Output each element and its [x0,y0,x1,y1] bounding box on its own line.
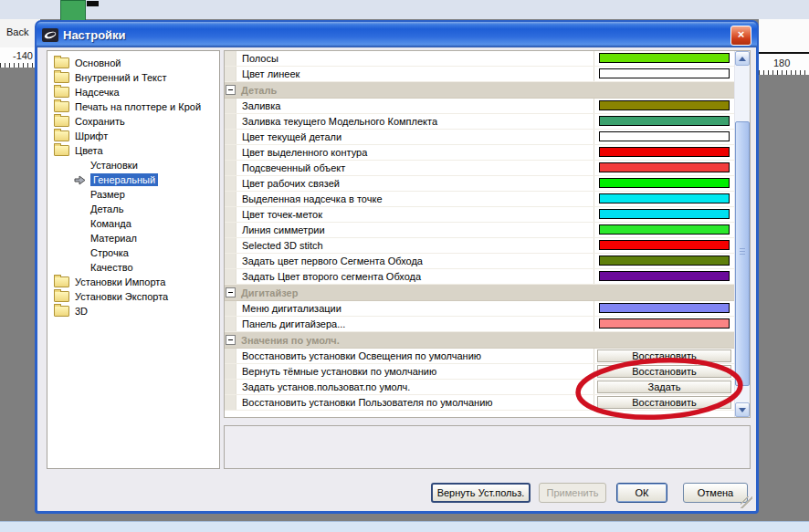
color-grid: ПолосыЦвет линеекДетальЗаливкаЗаливка те… [225,51,734,417]
tree-item-label: Установки Импорта [75,276,165,287]
value-cell [594,176,734,191]
color-swatch[interactable] [599,256,730,266]
scroll-up-button[interactable] [735,51,750,66]
value-cell [594,130,734,144]
tree-item[interactable]: Качество [47,260,219,275]
folder-icon [54,101,69,112]
row-gutter [225,364,236,379]
tree-item[interactable]: Установки [47,158,219,172]
tree-item[interactable]: Установки Импорта [47,275,219,289]
tree-item[interactable]: Внутренний и Текст [47,70,219,85]
color-setting-row: Меню дигитализации [225,301,734,317]
tree-item-label: Качество [90,262,133,273]
color-setting-row: Панель дигитайзера... [225,317,734,332]
scroll-thumb[interactable] [735,121,750,386]
tree-item[interactable]: 3D [47,304,219,318]
collapse-icon[interactable] [226,85,236,95]
color-swatch[interactable] [599,131,730,141]
color-swatch[interactable] [599,162,730,172]
row-gutter [225,207,236,222]
tree-item[interactable]: Команда [47,216,219,231]
color-swatch[interactable] [599,53,730,63]
folder-icon [54,87,69,98]
close-icon[interactable]: × [730,26,751,46]
scroll-down-button[interactable] [735,402,750,417]
row-gutter [225,335,236,345]
action-setting-row: Вернуть тёмные установки по умолчаниюВос… [225,364,734,380]
color-swatch[interactable] [599,209,730,219]
row-gutter [225,176,236,191]
value-cell: Восстановить [594,349,734,363]
row-gutter [225,380,236,394]
tree-item[interactable]: Печать на плоттере и Крой [47,99,219,114]
color-swatch[interactable] [599,100,730,110]
apply-button[interactable]: Применить [539,483,606,503]
tree-item[interactable]: Строчка [47,245,219,260]
tree-item[interactable]: Установки Экспорта [47,289,219,304]
color-swatch[interactable] [599,116,730,126]
color-swatch[interactable] [599,193,730,203]
setting-label: Цвет выделенного контура [236,145,594,160]
setting-label: Заливка текущего Модельного Комплекта [236,114,594,129]
back-label[interactable]: Back [6,26,28,37]
restore-user-settings-button[interactable]: Вернуть Уст.польз. [431,483,531,503]
folder-icon [54,276,69,287]
color-swatch[interactable] [599,240,730,250]
collapse-icon[interactable] [226,335,236,345]
dialog-titlebar[interactable]: Настройки × [37,22,757,47]
section-header-row: Деталь [225,82,734,99]
tree-item[interactable]: Генеральный [47,172,219,187]
row-action-button[interactable]: Восстановить [597,349,731,362]
tree-item[interactable]: Основной [47,56,219,70]
value-cell [594,223,734,237]
setting-label: Цвет рабочих связей [236,176,594,191]
row-gutter [225,161,236,175]
color-swatch[interactable] [599,271,730,281]
row-gutter [225,238,236,253]
settings-tree[interactable]: ОсновнойВнутренний и ТекстНадсечкаПечать… [47,50,220,469]
row-action-button[interactable]: Восстановить [597,365,731,378]
collapse-icon[interactable] [226,287,236,297]
tree-item-label: Генеральный [90,173,158,186]
tree-item[interactable]: Цвета [47,143,219,158]
setting-label: Восстановить установки Освещения по умол… [236,349,594,363]
scrollbar[interactable] [734,51,750,417]
tree-item[interactable]: Шрифт [47,129,219,143]
chevron-down-icon [739,408,746,412]
tree-item-label: Установки Экспорта [75,291,168,302]
status-strip [0,521,809,532]
section-label: Деталь [236,85,277,96]
app-toolbar-strip [0,0,809,19]
thumb-grip-icon [740,248,745,256]
resize-grip[interactable] [741,496,752,508]
color-swatch[interactable] [599,147,730,157]
folder-icon [54,57,69,68]
value-cell [594,269,734,284]
color-swatch[interactable] [599,178,730,188]
color-swatch[interactable] [599,68,730,78]
toolbar-line-sample [87,1,99,6]
color-swatch[interactable] [599,303,730,313]
setting-label: Выделенная надсечка в точке [236,192,594,206]
color-swatch[interactable] [599,318,730,329]
ok-button[interactable]: ОК [616,483,667,503]
tree-item[interactable]: Сохранить [47,114,219,129]
value-cell [594,254,734,268]
tree-item[interactable]: Надсечка [47,85,219,99]
folder-icon [54,72,69,83]
row-action-button[interactable]: Задать [597,381,731,393]
row-gutter [225,192,236,206]
tree-item[interactable]: Размер [47,187,219,202]
color-setting-row: Цвет рабочих связей [225,176,734,192]
row-action-button[interactable]: Восстановить [597,396,731,409]
tree-item[interactable]: Деталь [47,202,219,216]
tree-item[interactable]: Материал [47,231,219,245]
setting-label: Цвет линеек [236,67,594,81]
ruler-ticks [0,63,37,68]
color-setting-row: Полосы [225,51,734,67]
color-setting-row: Задать Цвет второго сегмента Обхода [225,269,734,285]
color-setting-row: Selected 3D stitch [225,238,734,254]
action-setting-row: Восстановить установки Освещения по умол… [225,349,734,364]
cancel-button[interactable]: Отмена [683,483,748,503]
color-swatch[interactable] [599,224,730,235]
